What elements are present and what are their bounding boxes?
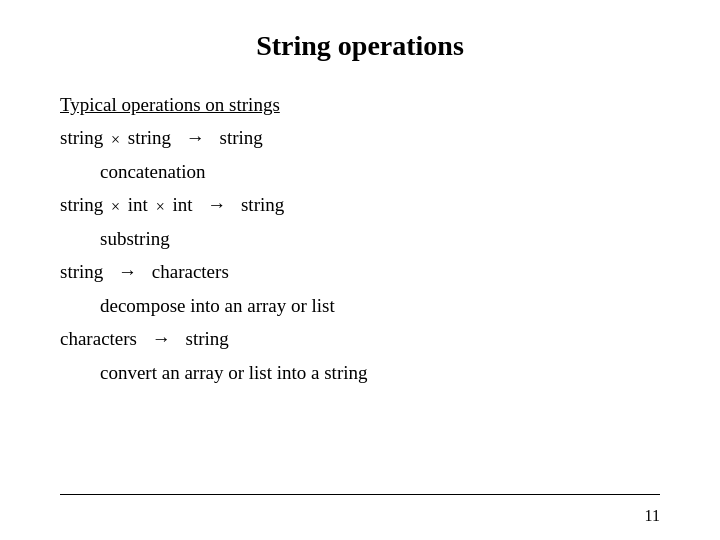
slide-title: String operations xyxy=(60,30,660,62)
op-convert-operand: characters xyxy=(60,328,137,349)
op-decompose-line: string → characters xyxy=(60,257,660,286)
slide: String operations Typical operations on … xyxy=(0,0,720,540)
op-decompose-result: characters xyxy=(152,261,229,282)
op-convert-line: characters → string xyxy=(60,324,660,353)
op-decompose-label: decompose into an array or list xyxy=(100,291,660,320)
op-convert-arrow: → xyxy=(152,328,171,349)
op-concat-arrow: → xyxy=(186,127,205,148)
op-concat-label: concatenation xyxy=(100,157,660,186)
op-concat-line: string × string → string xyxy=(60,123,660,152)
op-substr-operand: string × int × int xyxy=(60,194,192,215)
op-decompose-arrow: → xyxy=(118,261,137,282)
op-substr-label: substring xyxy=(100,224,660,253)
bottom-rule xyxy=(60,494,660,495)
op-concat-operand: string × string xyxy=(60,127,171,148)
op-concat-result: string xyxy=(220,127,263,148)
section-header-text: Typical operations on strings xyxy=(60,94,280,115)
op-substr-arrow: → xyxy=(207,194,226,215)
op-substr-line: string × int × int → string xyxy=(60,190,660,219)
op-decompose-operand: string xyxy=(60,261,103,282)
content-area: Typical operations on strings string × s… xyxy=(60,90,660,391)
op-convert-result: string xyxy=(186,328,229,349)
page-number: 11 xyxy=(645,507,660,525)
section-header: Typical operations on strings xyxy=(60,90,660,119)
op-substr-result: string xyxy=(241,194,284,215)
op-convert-label: convert an array or list into a string xyxy=(100,358,660,387)
